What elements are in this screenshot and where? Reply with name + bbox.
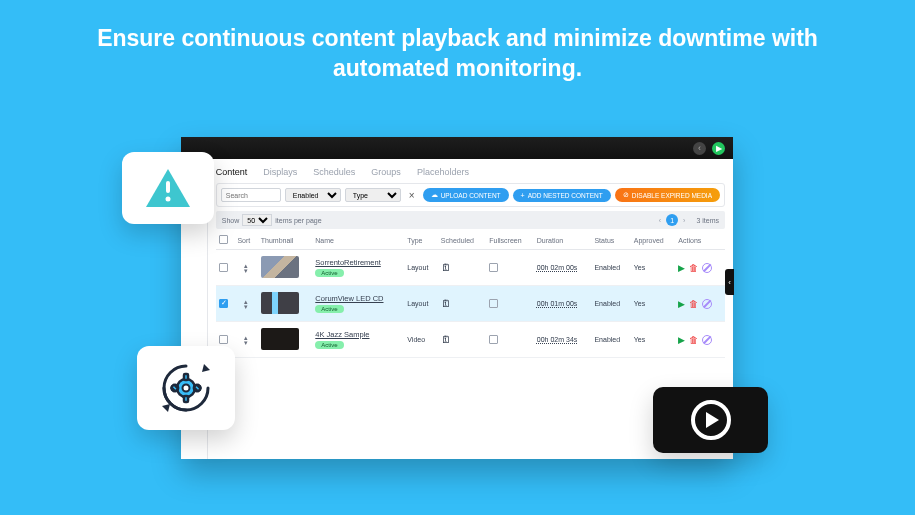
disable-icon[interactable] [702,263,712,273]
trash-icon[interactable]: 🗑 [689,335,698,345]
sort-handle[interactable]: ▴▾ [237,263,254,273]
pager-total: 3 items [696,217,719,224]
row-status: Enabled [591,286,630,322]
svg-point-3 [183,385,190,392]
col-name[interactable]: Name [312,231,404,250]
col-scheduled[interactable]: Scheduled [438,231,486,250]
pager: Show 50 items per page ‹ 1 › 3 items [216,211,725,229]
window-titlebar: ‹ ▶ [181,137,733,159]
row-checkbox[interactable] [219,299,228,308]
tabs: Content Displays Schedules Groups Placeh… [216,165,725,183]
sort-handle[interactable]: ▴▾ [237,299,254,309]
calendar-icon[interactable]: 🗓 [441,262,451,273]
alert-triangle-icon [144,167,192,209]
status-badge: Active [315,341,343,349]
table-row[interactable]: ▴▾ SorrentoRetirementActive Layout 🗓 00h… [216,250,725,286]
search-input[interactable] [221,188,281,202]
row-duration[interactable]: 00h 02m 00s [537,264,577,271]
play-icon[interactable]: ▶ [678,299,685,309]
fullscreen-checkbox[interactable] [489,263,498,272]
pager-show-label: Show [222,217,240,224]
pager-prev-icon[interactable]: ‹ [659,217,661,224]
col-sort[interactable]: Sort [234,231,257,250]
automation-card [137,346,235,430]
row-approved: Yes [631,322,676,358]
sort-handle[interactable]: ▴▾ [237,335,254,345]
row-approved: Yes [631,286,676,322]
row-approved: Yes [631,250,676,286]
row-checkbox[interactable] [219,335,228,344]
enabled-select[interactable]: Enabled [285,188,341,202]
play-window-icon[interactable]: ▶ [712,142,725,155]
gear-refresh-icon [154,356,218,420]
svg-rect-0 [166,181,170,193]
content-table: Sort Thumbnail Name Type Scheduled Fulls… [216,231,725,358]
back-icon[interactable]: ‹ [693,142,706,155]
table-row[interactable]: ▴▾ 4K Jazz SampleActive Video 🗓 00h 02m … [216,322,725,358]
thumbnail[interactable] [261,256,299,278]
tab-displays[interactable]: Displays [263,167,297,177]
play-icon[interactable]: ▶ [678,263,685,273]
drawer-handle-icon[interactable]: ‹ [725,269,734,295]
pager-page[interactable]: 1 [666,214,678,226]
per-page-select[interactable]: 50 [242,214,272,226]
ban-icon: ⊘ [623,191,629,199]
disable-icon[interactable] [702,335,712,345]
filter-bar: Enabled Type × ☁UPLOAD CONTENT +ADD NEST… [216,183,725,207]
svg-point-1 [166,197,171,202]
calendar-icon[interactable]: 🗓 [441,298,451,309]
disable-expired-media-button[interactable]: ⊘DISABLE EXPIRED MEDIA [615,188,720,202]
disable-icon[interactable] [702,299,712,309]
cloud-icon: ☁ [431,191,438,199]
trash-icon[interactable]: 🗑 [689,263,698,273]
trash-icon[interactable]: 🗑 [689,299,698,309]
device-frame: ‹ ▶ ✎ ⌄ Content Displays Schedules Group… [181,137,733,459]
tab-content[interactable]: Content [216,167,248,177]
pager-items-label: items per page [275,217,321,224]
col-status[interactable]: Status [591,231,630,250]
row-checkbox[interactable] [219,263,228,272]
row-type: Layout [404,250,438,286]
play-circle-icon [691,400,731,440]
upload-content-button[interactable]: ☁UPLOAD CONTENT [423,188,509,202]
col-thumbnail: Thumbnail [258,231,313,250]
type-select[interactable]: Type [345,188,401,202]
status-badge: Active [315,269,343,277]
row-duration[interactable]: 00h 02m 34s [537,336,577,343]
col-duration[interactable]: Duration [534,231,592,250]
col-fullscreen[interactable]: Fullscreen [486,231,533,250]
row-type: Layout [404,286,438,322]
row-name-link[interactable]: CorumView LED CD [315,294,383,303]
row-name-link[interactable]: SorrentoRetirement [315,258,380,267]
row-status: Enabled [591,322,630,358]
table-row[interactable]: ▴▾ CorumView LED CDActive Layout 🗓 00h 0… [216,286,725,322]
fullscreen-checkbox[interactable] [489,335,498,344]
calendar-icon[interactable]: 🗓 [441,334,451,345]
plus-icon: + [521,192,525,199]
col-type[interactable]: Type [404,231,438,250]
thumbnail[interactable] [261,292,299,314]
tab-groups[interactable]: Groups [371,167,401,177]
row-duration[interactable]: 00h 01m 00s [537,300,577,307]
hero-headline: Ensure continuous content playback and m… [0,0,915,84]
row-name-link[interactable]: 4K Jazz Sample [315,330,369,339]
clear-filters-icon[interactable]: × [409,190,415,201]
status-badge: Active [315,305,343,313]
tab-schedules[interactable]: Schedules [313,167,355,177]
video-play-card[interactable] [653,387,768,453]
svg-rect-5 [184,396,188,402]
thumbnail[interactable] [261,328,299,350]
alert-card [122,152,214,224]
row-type: Video [404,322,438,358]
fullscreen-checkbox[interactable] [489,299,498,308]
play-icon[interactable]: ▶ [678,335,685,345]
col-actions: Actions [675,231,725,250]
add-nested-content-button[interactable]: +ADD NESTED CONTENT [513,189,611,202]
row-status: Enabled [591,250,630,286]
svg-rect-4 [184,374,188,380]
tab-placeholders[interactable]: Placeholders [417,167,469,177]
select-all-checkbox[interactable] [219,235,228,244]
pager-next-icon[interactable]: › [683,217,685,224]
col-approved[interactable]: Approved [631,231,676,250]
